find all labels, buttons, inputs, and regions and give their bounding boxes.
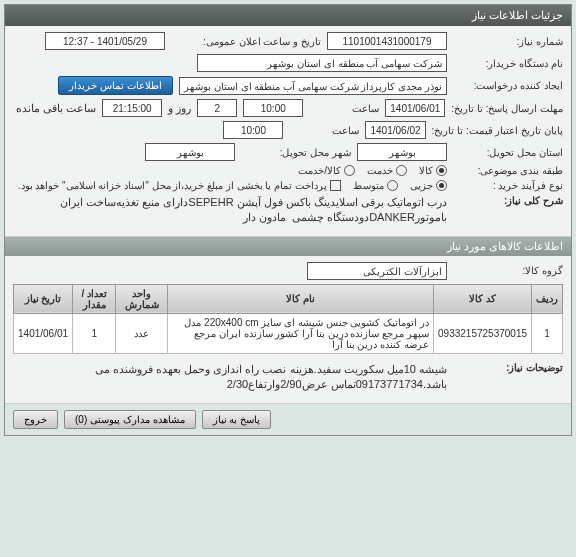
- th-row: ردیف: [532, 284, 563, 313]
- deadline-time: 10:00: [243, 99, 303, 117]
- radio-service-label: خدمت: [367, 165, 393, 176]
- category-label: طبقه بندی موضوعی:: [453, 165, 563, 176]
- reply-button[interactable]: پاسخ به نیاز: [202, 410, 272, 429]
- notes-value: شیشه 10میل سکوریت سفید.هزینه نصب راه اند…: [13, 362, 447, 393]
- contact-buyer-button[interactable]: اطلاعات تماس خریدار: [58, 76, 173, 95]
- group-value: ابزارآلات الکتریکی: [307, 262, 447, 280]
- announce-label: تاریخ و ساعت اعلان عمومی:: [171, 36, 321, 47]
- buyer-value: شرکت سهامی آب منطقه ای استان بوشهر: [197, 54, 447, 72]
- need-no-value: 1101001431000179: [327, 32, 447, 50]
- group-label: گروه کالا:: [453, 265, 563, 276]
- validity-time: 10:00: [223, 121, 283, 139]
- section-goods-title: اطلاعات کالاهای مورد نیاز: [5, 236, 571, 256]
- radio-both[interactable]: [344, 165, 355, 176]
- th-name: نام کالا: [168, 284, 434, 313]
- days-remaining: 2: [197, 99, 237, 117]
- radio-goods-label: کالا: [419, 165, 433, 176]
- process-label: نوع فرآیند خرید :: [453, 180, 563, 191]
- creator-label: ایجاد کننده درخواست:: [453, 80, 563, 91]
- announce-value: 1401/05/29 - 12:37: [45, 32, 165, 50]
- desc-label: شرح کلی نیاز:: [453, 195, 563, 206]
- exit-button[interactable]: خروج: [13, 410, 58, 429]
- validity-date: 1401/06/02: [365, 121, 425, 139]
- cell-code: 0933215725370015: [434, 313, 532, 353]
- radio-both-label: کالا/خدمت: [298, 165, 341, 176]
- radio-medium-label: متوسط: [353, 180, 384, 191]
- table-row[interactable]: 1 0933215725370015 در اتوماتیک کشویی جنس…: [14, 313, 563, 353]
- th-date: تاریخ نیاز: [14, 284, 73, 313]
- deadline-date: 1401/06/01: [385, 99, 445, 117]
- time-label-2: ساعت: [289, 125, 359, 136]
- window-title: جزئیات اطلاعات نیاز: [5, 5, 571, 26]
- validity-label: پایان تاریخ اعتبار قیمت: تا تاریخ:: [432, 125, 563, 136]
- th-code: کد کالا: [434, 284, 532, 313]
- treasury-note: پرداخت تمام یا بخشی از مبلغ خرید،از محل …: [18, 180, 327, 191]
- radio-small[interactable]: [436, 180, 447, 191]
- need-no-label: شماره نیاز:: [453, 36, 563, 47]
- radio-goods[interactable]: [436, 165, 447, 176]
- cell-n: 1: [532, 313, 563, 353]
- province-value: بوشهر: [357, 143, 447, 161]
- checkbox-treasury[interactable]: [330, 180, 341, 191]
- deadline-label: مهلت ارسال پاسخ: تا تاریخ:: [451, 103, 563, 114]
- province-label: استان محل تحویل:: [453, 147, 563, 158]
- cell-qty: 1: [73, 313, 116, 353]
- notes-label: توضیحات نیاز:: [453, 362, 563, 373]
- radio-service[interactable]: [396, 165, 407, 176]
- th-unit: واحد شمارش: [116, 284, 168, 313]
- radio-small-label: جزیی: [410, 180, 433, 191]
- city-value: بوشهر: [145, 143, 235, 161]
- creator-value: نوذر مجدی کارپرداز شرکت سهامی آب منطقه ا…: [179, 77, 447, 95]
- day-label: روز و: [168, 102, 191, 115]
- cell-unit: عدد: [116, 313, 168, 353]
- remaining-label: ساعت باقی مانده: [16, 102, 96, 115]
- goods-table: ردیف کد کالا نام کالا واحد شمارش تعداد /…: [13, 284, 563, 354]
- cell-date: 1401/06/01: [14, 313, 73, 353]
- cell-name: در اتوماتیک کشویی جنس شیشه ای سایز 220x4…: [168, 313, 434, 353]
- time-label-1: ساعت: [309, 103, 379, 114]
- buyer-label: نام دستگاه خریدار:: [453, 58, 563, 69]
- time-remaining: 21:15:00: [102, 99, 162, 117]
- th-qty: تعداد / مقدار: [73, 284, 116, 313]
- desc-value: درب اتوماتیک برقی اسلایدینگ باکس فول آپش…: [13, 195, 447, 226]
- attachments-button[interactable]: مشاهده مدارک پیوستی (0): [64, 410, 196, 429]
- radio-medium[interactable]: [387, 180, 398, 191]
- city-label: شهر محل تحویل:: [241, 147, 351, 158]
